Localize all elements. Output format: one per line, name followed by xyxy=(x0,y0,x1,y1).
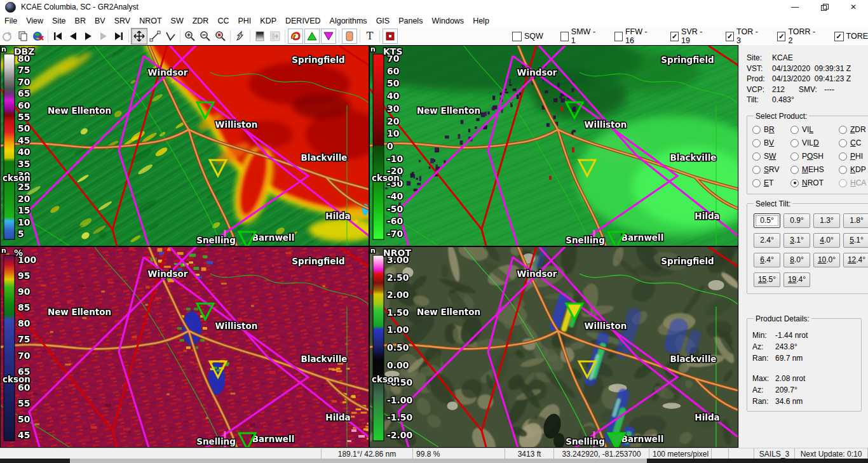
spotter-up-icon[interactable] xyxy=(304,29,320,44)
tilt-button-8.0[interactable]: 8.0° xyxy=(783,253,810,267)
product-radio-br[interactable]: BR xyxy=(752,125,790,134)
product-radio-sw[interactable]: SW xyxy=(752,152,790,161)
city-label: Windsor xyxy=(517,67,557,77)
city-label: Barnwell xyxy=(621,232,664,243)
warning-toggle-torr[interactable]: ✓TORR - 2 xyxy=(777,27,817,45)
copy-icon[interactable] xyxy=(15,29,31,44)
play-icon[interactable] xyxy=(81,29,96,44)
tilt-button-5.1[interactable]: 5.1° xyxy=(843,233,868,248)
storm-cell-icon[interactable] xyxy=(288,29,303,44)
city-label: Springfield xyxy=(661,256,714,266)
product-radio-vil[interactable]: VIL xyxy=(790,125,839,134)
step-back-icon[interactable] xyxy=(65,29,81,44)
radio-icon xyxy=(752,179,761,187)
product-radio-posh[interactable]: POSH xyxy=(790,152,839,161)
tilt-button-2.4[interactable]: 2.4° xyxy=(754,233,780,248)
gradient-palette-icon[interactable] xyxy=(252,29,268,44)
radar-panel-cc[interactable]: 1009590858075706560555045 n% WindsorSpri… xyxy=(1,247,369,447)
product-radio-srv[interactable]: SRV xyxy=(752,165,790,174)
scale-tick: 95 xyxy=(18,271,30,281)
menu-phi[interactable]: PHI xyxy=(233,17,255,25)
checkbox-icon xyxy=(560,32,569,41)
menu-windows[interactable]: Windows xyxy=(427,17,468,25)
zoom-in-icon[interactable] xyxy=(182,29,198,44)
stop-record-icon[interactable] xyxy=(383,29,398,44)
menu-zdr[interactable]: ZDR xyxy=(188,17,214,25)
product-radio-bv[interactable]: BV xyxy=(752,138,790,147)
menu-kdp[interactable]: KDP xyxy=(255,17,281,25)
city-label: Williston xyxy=(585,119,627,130)
angle-tool-icon[interactable] xyxy=(163,29,178,44)
warning-toggle-smw[interactable]: SMW - 1 xyxy=(560,27,597,45)
close-button[interactable]: ✕ xyxy=(839,0,868,14)
tilt-button-1.8[interactable]: 1.8° xyxy=(843,213,868,228)
product-radio-nrot[interactable]: NROT xyxy=(790,178,839,187)
pointer-tool-icon[interactable] xyxy=(233,29,248,44)
pan-tool-icon[interactable] xyxy=(131,28,147,44)
product-radio-kdp[interactable]: KDP xyxy=(839,165,868,174)
menu-nrot[interactable]: NROT xyxy=(135,17,166,25)
tilt-button-1.3[interactable]: 1.3° xyxy=(813,213,840,228)
product-radio-et[interactable]: ET xyxy=(752,178,790,187)
product-radio-cc[interactable]: CC xyxy=(839,138,868,147)
scale-tick: 60 xyxy=(387,66,400,76)
measure-tool-icon[interactable] xyxy=(147,29,163,44)
menu-panels[interactable]: Panels xyxy=(394,17,427,25)
scale-tick: 10 xyxy=(18,217,31,227)
tilt-button-4.0[interactable]: 4.0° xyxy=(813,233,840,248)
menu-derived[interactable]: DERIVED xyxy=(281,17,325,25)
tilt-button-15.5[interactable]: 15.5° xyxy=(754,272,780,287)
product-radio-vild[interactable]: VILD xyxy=(790,138,839,147)
vcp-value: 212 xyxy=(772,84,785,95)
product-details-title: Product Details: xyxy=(754,314,811,323)
menu-help[interactable]: Help xyxy=(468,17,494,25)
scale-tick: 10 xyxy=(387,128,400,138)
spotter-down-icon[interactable] xyxy=(321,29,336,44)
radar-panel-grid: 8075706560555045403530252015105 nDBZ Win… xyxy=(0,45,738,448)
tilt-button-10.0[interactable]: 10.0° xyxy=(813,253,840,267)
scale-tick: 75 xyxy=(18,65,30,75)
minimize-button[interactable]: — xyxy=(780,0,810,14)
skip-end-icon[interactable] xyxy=(111,29,126,44)
menu-site[interactable]: Site xyxy=(48,17,71,25)
scale-tick: -2.00 xyxy=(387,430,413,440)
product-radio-phi[interactable]: PHI xyxy=(839,152,868,161)
warning-toggle-tore[interactable]: ✓TORE xyxy=(834,32,868,41)
menu-cc[interactable]: CC xyxy=(213,17,233,25)
menu-view[interactable]: View xyxy=(22,17,48,25)
export-grayed-icon[interactable] xyxy=(0,29,15,44)
menu-srv[interactable]: SRV xyxy=(110,17,135,25)
select-tilt-title: Select Tilt: xyxy=(754,199,792,208)
scale-tick: 2.50 xyxy=(387,272,409,283)
radar-panel-br[interactable]: 8075706560555045403530252015105 nDBZ Win… xyxy=(1,46,369,246)
tilt-button-3.1[interactable]: 3.1° xyxy=(783,233,810,248)
warning-toggle-svr[interactable]: ✓SVR - 19 xyxy=(670,27,709,45)
tilt-button-0.5[interactable]: 0.5° xyxy=(754,213,780,228)
product-radio-mehs[interactable]: MEHS xyxy=(790,165,839,174)
warning-toggle-ffw[interactable]: FFW - 16 xyxy=(614,27,653,45)
text-label-icon[interactable]: T xyxy=(362,29,377,44)
menu-br[interactable]: BR xyxy=(71,17,90,25)
tilt-button-6.4[interactable]: 6.4° xyxy=(754,253,780,267)
skip-start-icon[interactable] xyxy=(50,29,65,44)
radar-panel-bv[interactable]: 706050403020100-10-20-30-40-50-60-70 nKT… xyxy=(370,46,738,246)
zoom-out-icon[interactable] xyxy=(198,29,213,44)
menu-file[interactable]: File xyxy=(0,17,22,25)
menu-sw[interactable]: SW xyxy=(166,17,188,25)
tilt-button-12.4[interactable]: 12.4° xyxy=(843,253,868,267)
warning-toggle-sqw[interactable]: SQW xyxy=(512,32,543,41)
restore-button[interactable] xyxy=(810,0,839,14)
placefile-rect-icon[interactable] xyxy=(342,29,357,44)
product-radio-zdr[interactable]: ZDR xyxy=(839,125,868,134)
zoom-reset-icon[interactable] xyxy=(213,29,228,44)
warning-toggle-tor[interactable]: ✓TOR - 3 xyxy=(726,27,760,45)
city-label: Williston xyxy=(215,119,258,130)
menu-bv[interactable]: BV xyxy=(90,17,110,25)
radar-panel-nrot[interactable]: 3.002.502.001.501.000.500.00-0.50-1.00-1… xyxy=(370,247,738,447)
globe-close-icon[interactable] xyxy=(31,29,46,44)
tilt-button-19.4[interactable]: 19.4° xyxy=(783,272,810,287)
status-field-1: 189.1°/ 42.86 nm xyxy=(322,448,413,459)
menu-gis[interactable]: GIS xyxy=(372,17,395,25)
tilt-button-0.9[interactable]: 0.9° xyxy=(783,213,810,228)
menu-algorithms[interactable]: Algorithms xyxy=(325,17,372,25)
